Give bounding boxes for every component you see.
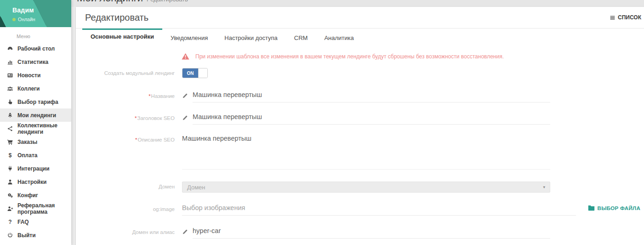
sidebar-item-label: Коллеги — [17, 85, 40, 92]
field-label: *Название — [76, 91, 175, 100]
domain-select-placeholder: Домен — [187, 184, 205, 191]
sidebar-item-label: Коллективные лендинги — [17, 122, 71, 135]
form-row-domain: Домен Домен ▾ — [76, 182, 644, 193]
sidebar-item-config[interactable]: Конфиг — [0, 188, 71, 202]
edit-card: Редактировать СПИСОК Основные настройки … — [76, 7, 644, 245]
user-name: Вадим — [12, 6, 71, 14]
toggle-on-label: ON — [182, 68, 198, 78]
form-row-og-image: og:image ВЫБОР ФАЙЛА — [76, 204, 644, 216]
tab-notifications[interactable]: Уведомления — [162, 28, 216, 46]
seo-title-input[interactable] — [193, 113, 550, 125]
sidebar-item-statistics[interactable]: Статистика — [0, 55, 71, 68]
form-row-module-toggle: Создать модульный лендинг ON — [76, 68, 644, 78]
gears-icon — [7, 192, 13, 199]
folder-icon — [588, 205, 595, 211]
choose-file-button[interactable]: ВЫБОР ФАЙЛА — [588, 204, 640, 211]
power-icon — [7, 232, 13, 239]
toggle-knob — [198, 68, 207, 78]
field-label: Создать модульный лендинг — [76, 68, 175, 77]
form-row-alias: Домен или алиас — [76, 227, 644, 239]
menu-section-label: Меню — [0, 27, 71, 42]
news-icon — [7, 72, 13, 79]
module-toggle[interactable]: ON — [182, 68, 208, 78]
sidebar-item-label: Рабочий стол — [17, 46, 55, 52]
form-row-seo-title: *Заголовок SEO — [76, 113, 644, 125]
sidebar-item-referral[interactable]: Реферальная программа — [0, 202, 71, 215]
domain-select[interactable]: Домен ▾ — [182, 182, 550, 193]
tab-analytics[interactable]: Аналитика — [316, 28, 362, 46]
required-marker: * — [135, 115, 137, 121]
alias-input[interactable] — [193, 227, 550, 239]
form-row-seo-description: *Описание SEO Машинка перевертыш — [76, 135, 644, 170]
main-area: Мои лендингиРедактировать Редактировать … — [71, 0, 644, 245]
sidebar-item-orders[interactable]: Заказы — [0, 135, 71, 148]
tab-bar: Основные настройки Уведомления Настройки… — [76, 28, 644, 46]
field-label: Домен — [76, 182, 175, 190]
share-icon — [7, 125, 13, 132]
sidebar-item-my-landings[interactable]: Мои лендинги — [0, 108, 71, 122]
field-label: og:image — [76, 204, 175, 213]
list-button-label: СПИСОК — [618, 14, 641, 21]
page-subtitle: Редактировать — [147, 0, 188, 3]
sidebar-item-dashboard[interactable]: Рабочий стол — [0, 42, 71, 55]
warning-text: При изменении шаблона все изменения в ва… — [195, 53, 504, 60]
sidebar-item-label: Мои лендинги — [17, 112, 56, 119]
sidebar-item-colleagues[interactable]: Коллеги — [0, 82, 71, 95]
stats-icon — [7, 59, 13, 65]
sidebar-item-label: Реферальная программа — [17, 202, 71, 215]
sidebar-item-label: Конфиг — [17, 192, 38, 199]
sidebar-item-label: Выйти — [17, 232, 36, 239]
user-icon — [7, 179, 13, 185]
sidebar-item-label: Статистика — [17, 59, 48, 65]
sidebar-item-label: FAQ — [17, 219, 29, 225]
rocket-icon — [7, 112, 13, 119]
field-label: *Заголовок SEO — [76, 113, 175, 122]
warning-banner: При изменении шаблона все изменения в ва… — [182, 53, 644, 60]
cart-icon — [7, 139, 13, 145]
sidebar-item-faq[interactable]: ? FAQ — [0, 215, 71, 228]
page-header-strip: Мои лендингиРедактировать — [71, 0, 644, 7]
user-status-label: Онлайн — [18, 17, 35, 22]
sidebar-item-settings[interactable]: Настройки — [0, 175, 71, 188]
colleagues-icon — [7, 85, 13, 92]
dollar-icon: $ — [7, 152, 13, 159]
question-icon: ? — [7, 219, 13, 225]
tab-access-settings[interactable]: Настройки доступа — [216, 28, 286, 46]
user-profile-panel: Вадим Онлайн — [0, 0, 71, 27]
name-input[interactable] — [193, 91, 550, 103]
sidebar-item-tariff[interactable]: Выбор тарифа — [0, 95, 71, 108]
sidebar-item-logout[interactable]: Выйти — [0, 228, 71, 242]
sidebar-item-label: Новости — [17, 72, 40, 79]
sidebar-item-collective-landings[interactable]: Коллективные лендинги — [0, 122, 71, 135]
hand-pointer-icon — [7, 99, 13, 105]
field-label: *Описание SEO — [76, 135, 175, 143]
tab-content: При изменении шаблона все изменения в ва… — [76, 46, 644, 239]
card-title: Редактировать — [85, 12, 148, 23]
warning-icon — [182, 53, 189, 60]
tab-main-settings[interactable]: Основные настройки — [82, 28, 162, 46]
seo-description-textarea[interactable]: Машинка перевертыш — [182, 135, 550, 170]
form-row-name: *Название — [76, 91, 644, 103]
chevron-down-icon: ▾ — [543, 185, 545, 189]
choose-file-label: ВЫБОР ФАЙЛА — [598, 205, 640, 211]
pencil-icon — [182, 228, 188, 234]
sidebar-item-label: Интеграции — [17, 165, 50, 172]
page-title: Мои лендинги — [77, 0, 143, 4]
sidebar-item-payment[interactable]: $ Оплата — [0, 148, 71, 162]
og-image-input[interactable] — [182, 204, 576, 216]
list-icon — [610, 15, 616, 21]
sidebar-item-news[interactable]: Новости — [0, 68, 71, 82]
user-status: Онлайн — [12, 17, 71, 22]
required-marker: * — [148, 93, 150, 99]
dashboard-icon — [7, 46, 13, 52]
sidebar-item-label: Настройки — [17, 179, 46, 185]
user-plus-icon — [7, 205, 13, 212]
pencil-icon — [182, 92, 188, 98]
field-label: Домен или алиас — [76, 227, 175, 236]
sidebar: Вадим Онлайн Меню Рабочий стол Статистик… — [0, 0, 71, 245]
sidebar-item-label: Оплата — [17, 152, 37, 159]
list-button[interactable]: СПИСОК — [610, 14, 641, 21]
sidebar-item-integrations[interactable]: Интеграции — [0, 162, 71, 175]
tab-crm[interactable]: CRM — [286, 28, 316, 46]
pencil-icon — [182, 114, 188, 120]
